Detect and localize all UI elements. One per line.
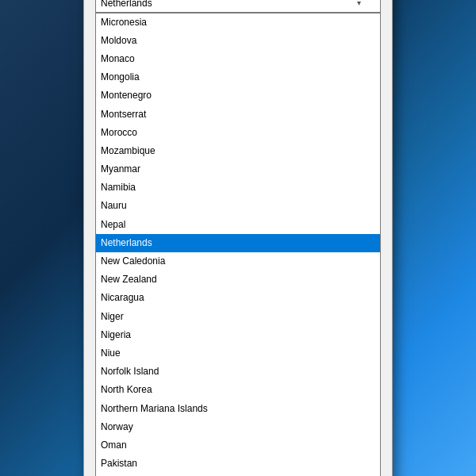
list-item[interactable]: Northern Mariana Islands [96, 400, 380, 418]
country-list-container: MicronesiaMoldovaMonacoMongoliaMontenegr… [95, 13, 381, 476]
country-list[interactable]: MicronesiaMoldovaMonacoMongoliaMontenegr… [96, 13, 380, 476]
content-area: Some software, including Windows, may pr… [84, 0, 392, 476]
list-item[interactable]: Micronesia [96, 13, 380, 32]
list-item[interactable]: Norway [96, 418, 380, 436]
list-item[interactable]: Pakistan [96, 455, 380, 473]
list-item[interactable]: New Zealand [96, 271, 380, 289]
region-dialog: 🌐 Region ✕ Formats Location Administrati… [83, 0, 393, 476]
list-item[interactable]: Mozambique [96, 142, 380, 160]
list-item[interactable]: Mongolia [96, 68, 380, 86]
list-item[interactable]: Montenegro [96, 86, 380, 105]
list-item[interactable]: Netherlands [96, 234, 380, 252]
selected-country: Netherlands [101, 0, 152, 9]
list-item[interactable]: Norfolk Island [96, 363, 380, 381]
list-item[interactable]: Niue [96, 344, 380, 363]
list-item[interactable]: Myanmar [96, 160, 380, 178]
home-location-dropdown[interactable]: Netherlands ▾ [95, 0, 381, 13]
list-item[interactable]: New Caledonia [96, 252, 380, 271]
list-item[interactable]: Montserrat [96, 106, 380, 124]
list-item[interactable]: Namibia [96, 178, 380, 197]
list-item[interactable]: Nepal [96, 216, 380, 234]
list-item[interactable]: Oman [96, 436, 380, 455]
list-item[interactable]: Niger [96, 308, 380, 326]
list-item[interactable]: Nicaragua [96, 289, 380, 307]
list-item[interactable]: Nigeria [96, 326, 380, 344]
list-item[interactable]: North Korea [96, 381, 380, 399]
list-item[interactable]: Moldova [96, 32, 380, 50]
list-item[interactable]: Palau [96, 473, 380, 476]
list-item[interactable]: Nauru [96, 197, 380, 215]
list-item[interactable]: Morocco [96, 124, 380, 142]
dropdown-arrow-icon: ▾ [357, 0, 361, 7]
list-item[interactable]: Monaco [96, 50, 380, 68]
